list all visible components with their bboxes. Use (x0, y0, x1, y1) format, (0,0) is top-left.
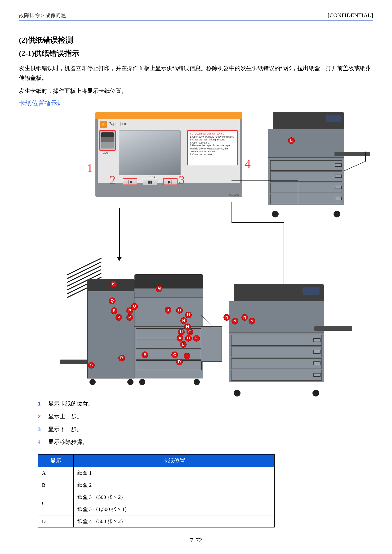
callout-4: 4 (245, 157, 251, 170)
legend-text-1: 显示卡纸的位置。 (48, 400, 94, 407)
table-row: D 纸盒 4 （500 张 × 2） (38, 515, 275, 527)
operation-panel-figure: ⚡ Paper jam. JAM ▶ 1. Open main unit rig… (95, 112, 242, 197)
jam-animation-area (119, 130, 181, 175)
connector-lines (35, 217, 357, 236)
cell-value-C2: 纸盒 3 （1,500 张 × 1） (74, 503, 275, 515)
instr-4: 4. Open cassette 1. (190, 142, 235, 144)
cell-value-D: 纸盒 4 （500 张 × 2） (74, 515, 275, 527)
callout-3: 3 (179, 173, 185, 187)
breadcrumb: 故障排除 > 成像问题 (19, 12, 66, 19)
printer-with-finisher-figure: K M Q O P P P P J H H H H H G A H F B E … (68, 255, 213, 393)
instr-5: 5. Remove the paper. To remove paper whi… (190, 144, 235, 153)
cell-letter-D: D (38, 515, 74, 527)
instr-6: 6. Close the cassette. (190, 153, 235, 156)
prev-step-button[interactable]: |◀ (123, 178, 137, 185)
table-row: A 纸盒 1 (38, 467, 275, 479)
instr-3: 3. Close the main unit right cover. (190, 138, 235, 142)
printer-figure-right-top: L (268, 112, 344, 214)
section-heading-2: (2)供纸错误检测 (19, 35, 373, 45)
legend-num-1: 1 (38, 400, 43, 407)
callout-legend: 1 显示卡纸的位置。 2 显示上一步。 3 显示下一步。 4 显示移除步骤。 (38, 400, 373, 446)
jam-location-table: 显示 卡纸位置 A 纸盒 1 B 纸盒 2 C 纸盒 3 （500 张 × 2）… (38, 454, 275, 527)
legend-num-3: 3 (38, 426, 43, 433)
jam-location-thumbnail (99, 130, 116, 151)
panel-title-bar (95, 112, 242, 119)
callout-2: 2 (110, 173, 116, 187)
section-heading-2-1: (2-1)供纸错误指示 (19, 48, 373, 59)
legend-text-4: 显示移除步骤。 (48, 438, 88, 446)
jam-title: Paper jam. (109, 122, 127, 126)
jam-label: JAM (103, 152, 108, 154)
diagram-row-1: ⚡ Paper jam. JAM ▶ 1. Open main unit rig… (35, 112, 357, 214)
legend-text-3: 显示下一步。 (48, 425, 82, 433)
callout-1: 1 (87, 161, 93, 175)
confidential-mark: [CONFIDENTIAL] (328, 12, 373, 18)
legend-row-4: 4 显示移除步骤。 (38, 438, 373, 446)
page-header: 故障排除 > 成像问题 [CONFIDENTIAL] (19, 12, 373, 21)
panel-screen: ⚡ Paper jam. JAM ▶ 1. Open main unit rig… (98, 119, 240, 183)
instruction-box: ▶ 1. Open main unit right cover 1. 2. Op… (187, 130, 238, 165)
figure-code: e011001 (229, 193, 239, 196)
instr-2: 2. Open cover (A3) and remove the paper. (190, 135, 235, 139)
th-display: 显示 (38, 455, 74, 467)
cell-value-B: 纸盒 2 (74, 479, 275, 491)
paragraph-2: 发生卡纸时，操作面板上将显示卡纸位置。 (19, 86, 373, 96)
table-row: 纸盒 3 （1,500 张 × 1） (38, 503, 275, 515)
legend-row-2: 2 显示上一步。 (38, 412, 373, 420)
cell-letter-B: B (38, 479, 74, 491)
legend-num-2: 2 (38, 413, 43, 420)
legend-num-4: 4 (38, 439, 43, 445)
next-step-button[interactable]: ▶| (163, 178, 178, 185)
th-location: 卡纸位置 (74, 455, 275, 467)
legend-text-2: 显示上一步。 (48, 412, 82, 420)
cell-value-C1: 纸盒 3 （500 张 × 2） (74, 491, 275, 503)
cell-letter-C: C (38, 491, 74, 515)
page-number: 7-72 (0, 536, 392, 544)
table-row: B 纸盒 2 (38, 479, 275, 491)
instr-1: ▶ (190, 132, 192, 135)
diagram-row-2: K M Q O P P P P J H H H H H G A H F B E … (35, 255, 357, 393)
subheading-indicator: 卡纸位置指示灯 (19, 99, 373, 107)
legend-row-3: 3 显示下一步。 (38, 425, 373, 433)
cell-letter-A: A (38, 467, 74, 479)
legend-row-1: 1 显示卡纸的位置。 (38, 400, 373, 407)
jam-alert-icon: ⚡ (100, 121, 107, 128)
table-row: C 纸盒 3 （500 张 × 2） (38, 491, 275, 503)
cell-value-A: 纸盒 1 (74, 467, 275, 479)
printer-figure-right-bottom: N N N N (229, 284, 324, 393)
diagram-area: ⚡ Paper jam. JAM ▶ 1. Open main unit rig… (35, 112, 357, 393)
paragraph-1: 发生供纸错误时，机器立即停止打印，并在操作面板上显示供纸错误信息。移除机器中的发… (19, 64, 373, 83)
pause-button[interactable]: ▮▮ (143, 178, 157, 185)
